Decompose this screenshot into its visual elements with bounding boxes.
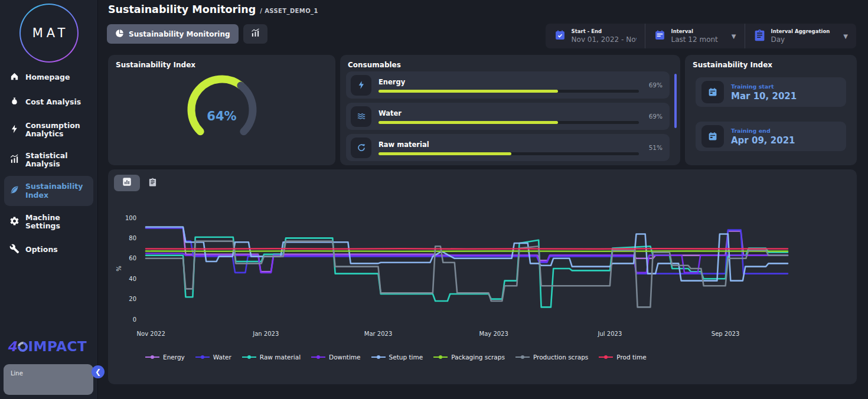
legend-item-prod-time[interactable]: Prod time [598,354,646,361]
tab-label: Sustainability Monitoring [129,30,230,38]
gauge-arc-segment [240,86,252,132]
tab-statistics-view[interactable] [243,24,267,44]
interval-label: Interval [671,28,718,34]
legend-label: Downtime [329,354,360,361]
consumable-percent: 69% [646,81,663,89]
sidebar-collapse-button[interactable]: ❮ [92,365,105,378]
impact-logo-4: 4 [7,339,17,354]
legend-marker-icon [598,354,614,360]
sustainability-index-gauge-card: Sustainability Index 64% [108,55,335,165]
page-title: Sustainability Monitoring [108,4,256,15]
progress-fill [378,90,558,93]
wrench-icon [9,244,19,256]
legend-item-raw-material[interactable]: Raw material [242,354,301,361]
time-controls: Start - End Nov 01, 2022 - Now Interval … [546,24,856,48]
consumable-row-energy[interactable]: Energy 69% [346,71,670,99]
training-start-row: Training start Mar 10, 2021 [696,77,846,107]
stat-bars-icon [9,154,19,166]
mat-logo: MAT [19,4,79,63]
sidebar-item-cost-analysis[interactable]: Cost Analysis [0,90,97,115]
line-dropdown[interactable]: Line [4,364,93,395]
chevron-down-icon[interactable]: ▼ [843,33,848,40]
chart-toolbar [114,175,157,191]
consumable-percent: 51% [646,144,663,151]
interval-aggregation-control[interactable]: Interval Aggregation Day ▼ [745,24,856,48]
legend-label: Water [213,354,231,361]
series-line-prod-time[interactable] [146,248,788,249]
scrollbar[interactable] [674,74,677,128]
legend-marker-icon [145,354,160,360]
consumable-row-water[interactable]: Water 69% [346,103,670,130]
consumable-label: Water [378,109,639,117]
sidebar-nav: Homepage Cost Analysis Consumption Analy… [0,65,97,262]
legend-marker-icon [242,354,257,360]
sidebar-item-label: Machine Settings [25,214,90,231]
legend-marker-icon [195,354,210,360]
consumable-row-raw-material[interactable]: Raw material 51% [346,134,670,161]
legend-item-energy[interactable]: Energy [145,354,185,361]
impact-logo: 4IMPACT [7,339,87,354]
gauge-value: 64% [108,109,335,123]
x-tick-label: May 2023 [479,331,508,337]
series-line-energy[interactable] [146,228,788,272]
chart-view-button[interactable] [114,175,140,191]
progress-fill [378,152,511,155]
y-tick-label: 100 [125,215,136,221]
sidebar-item-options[interactable]: Options [0,237,97,262]
interval-control[interactable]: Interval Last 12 mont ▼ [645,24,745,48]
chevron-down-icon[interactable]: ▼ [732,33,736,40]
training-end-label: Training end [731,127,795,134]
tab-sustainability-monitoring[interactable]: Sustainability Monitoring [107,24,239,44]
clipboard-icon [148,178,157,189]
legend-label: Raw material [260,354,301,361]
money-bag-icon [9,96,19,108]
legend-label: Production scraps [533,354,588,361]
bolt-icon [9,124,19,136]
series-line-packaging-scraps[interactable] [146,251,788,251]
pie-chart-icon [115,29,124,40]
mat-logo-text: MAT [29,26,69,40]
sidebar-item-label: Statistical Analysis [25,152,90,169]
consumable-label: Energy [378,78,639,86]
chart-card: 020406080100%Nov 2022Jan 2023Mar 2023May… [108,169,857,384]
interval-aggregation-value: Day [771,35,830,44]
x-tick-label: Jan 2023 [252,331,279,337]
calendar-icon [701,81,724,103]
legend-item-water[interactable]: Water [195,354,231,361]
report-view-button[interactable] [148,178,157,189]
legend-item-production-scraps[interactable]: Production scraps [515,354,588,361]
legend-item-setup-time[interactable]: Setup time [371,354,423,361]
waves-icon [351,106,371,127]
sidebar-item-machine-settings[interactable]: Machine Settings [0,207,97,237]
interval-value: Last 12 mont [671,35,718,44]
sidebar-item-label: Homepage [25,73,70,81]
chart-legend: EnergyWaterRaw materialDowntimeSetup tim… [145,354,647,361]
calendar-icon [654,29,666,44]
sidebar-item-statistical-analysis[interactable]: Statistical Analysis [0,145,97,175]
training-end-value: Apr 09, 2021 [731,135,795,146]
sustainability-index-training-card: Sustainability Index Training start Mar … [685,55,857,165]
legend-item-packaging-scraps[interactable]: Packaging scraps [433,354,505,361]
consumables-card: Consumables Energy 69% Water 69% [340,55,680,165]
training-start-label: Training start [731,83,797,90]
sidebar-item-consumption-analytics[interactable]: Consumption Analytics [0,115,97,145]
legend-marker-icon [433,354,448,360]
legend-item-downtime[interactable]: Downtime [311,354,360,361]
legend-label: Prod time [616,354,646,361]
leaf-icon [9,185,19,197]
home-icon [9,71,19,83]
legend-label: Setup time [389,354,423,361]
legend-label: Energy [163,354,185,361]
sidebar-item-homepage[interactable]: Homepage [0,65,97,90]
view-tabs: Sustainability Monitoring [107,24,267,44]
sidebar-item-label: Sustainability Index [25,182,88,200]
start-end-control[interactable]: Start - End Nov 01, 2022 - Now [546,24,645,48]
y-tick-label: 80 [129,235,136,241]
gear-icon [9,216,19,228]
sidebar-item-label: Options [25,246,58,254]
sidebar-item-label: Consumption Analytics [25,122,90,139]
trend-bars-icon [250,28,260,40]
legend-marker-icon [515,354,530,360]
y-tick-label: 0 [133,316,136,323]
sidebar-item-sustainability-index[interactable]: Sustainability Index [4,176,93,206]
